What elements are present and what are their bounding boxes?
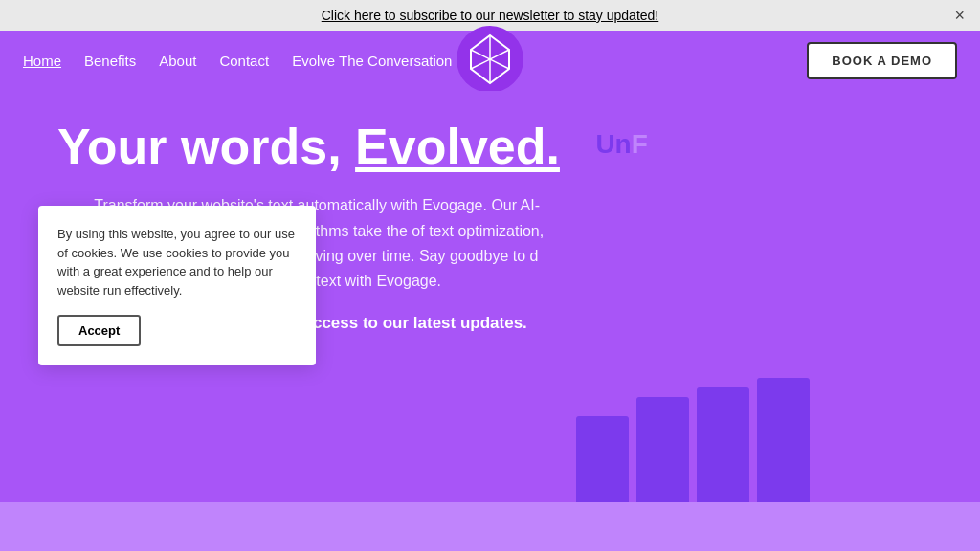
newsletter-link[interactable]: Click here to subscribe to our newslette… — [322, 8, 659, 23]
bar-3 — [697, 387, 749, 502]
hero-title-start: Your words, — [57, 119, 342, 174]
unf-label: UnF — [595, 129, 647, 160]
cookie-banner: By using this website, you agree to our … — [38, 206, 316, 365]
hero-title-evolved: Evolved. — [355, 119, 560, 174]
bar-2 — [636, 397, 689, 502]
hero-chart-area: UnF — [576, 120, 923, 502]
nav-links: Home Benefits About Contact Evolve The C… — [23, 53, 807, 69]
cookie-accept-button[interactable]: Accept — [57, 315, 141, 346]
bar-4 — [757, 378, 810, 502]
bar-1 — [576, 416, 629, 502]
hero-section: Your words, Evolved. Transform your webs… — [0, 91, 980, 502]
nav-link-about[interactable]: About — [159, 53, 196, 69]
nav-link-benefits[interactable]: Benefits — [84, 53, 136, 69]
bar-chart — [576, 349, 923, 502]
nav-link-home[interactable]: Home — [23, 53, 61, 69]
book-demo-button[interactable]: BOOK A DEMO — [807, 42, 957, 79]
hero-title: Your words, Evolved. — [57, 120, 576, 174]
cookie-message: By using this website, you agree to our … — [57, 225, 297, 299]
navbar: Home Benefits About Contact Evolve The C… — [0, 31, 980, 91]
nav-link-evolve[interactable]: Evolve The Conversation — [292, 53, 452, 69]
close-announcement-button[interactable]: × — [954, 7, 965, 24]
unf-suffix: F — [632, 129, 648, 159]
chart-bars — [576, 349, 923, 502]
unf-prefix: Un — [595, 129, 631, 159]
logo — [457, 26, 523, 97]
nav-link-contact[interactable]: Contact — [219, 53, 269, 69]
